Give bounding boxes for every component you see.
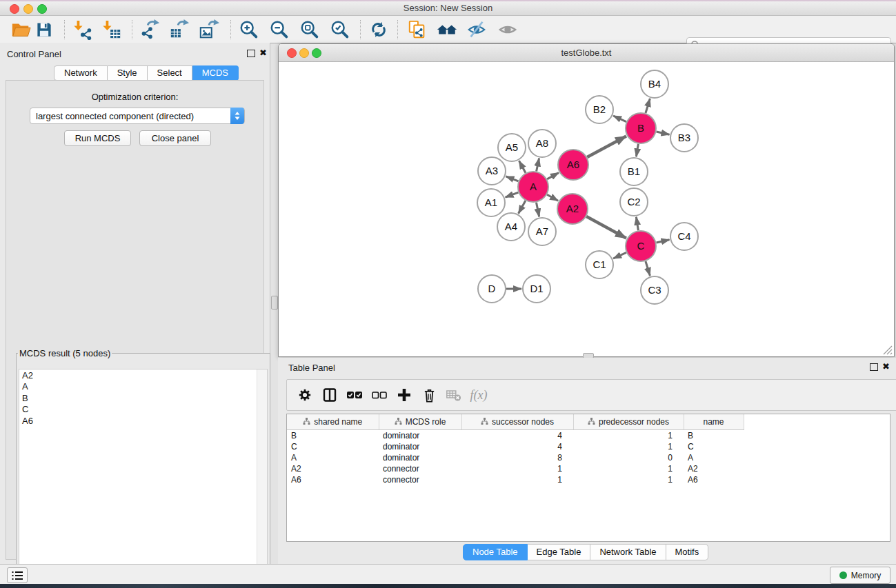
graph-node-A[interactable]: A [518, 172, 548, 202]
graph-node-A1[interactable]: A1 [477, 189, 505, 216]
graph-node-A4[interactable]: A4 [497, 213, 525, 241]
table-cell-mcds-role[interactable]: connector [379, 463, 461, 474]
graph-edge-A-A3[interactable] [506, 176, 519, 181]
mcds-result-item[interactable]: A6 [22, 416, 267, 427]
table-cell-mcds-role[interactable]: dominator [379, 430, 461, 442]
table-cell-successor-nodes[interactable]: 4 [461, 430, 573, 442]
vertical-splitter-grip[interactable] [271, 296, 278, 310]
tab-network[interactable]: Network [54, 65, 108, 81]
minimize-window-button[interactable] [23, 4, 33, 14]
table-cell-successor-nodes[interactable]: 1 [461, 474, 573, 485]
run-mcds-button[interactable]: Run MCDS [64, 130, 131, 146]
show-all-button[interactable] [497, 19, 519, 41]
graph-node-C[interactable]: C [626, 231, 656, 261]
graph-edge-C-C4[interactable] [657, 240, 670, 243]
table-cell-predecessor-nodes[interactable]: 1 [573, 463, 684, 474]
result-scrollbar[interactable] [257, 369, 267, 586]
network-maximize-button[interactable] [312, 48, 321, 58]
first-neighbors-button[interactable] [436, 19, 458, 41]
graph-node-A7[interactable]: A7 [528, 218, 556, 245]
graph-node-C1[interactable]: C1 [586, 251, 613, 278]
table-row[interactable]: A6connector11A6 [287, 474, 890, 485]
zoom-selected-button[interactable] [329, 19, 351, 41]
graph-node-C3[interactable]: C3 [641, 276, 668, 304]
float-panel-button[interactable] [247, 50, 255, 57]
graph-edge-B-B3[interactable] [657, 132, 670, 134]
add-column-button[interactable] [392, 385, 417, 405]
column-header-successor-nodes[interactable]: successor nodes [461, 414, 573, 430]
table-cell-name[interactable]: A6 [684, 474, 744, 485]
graph-node-A2[interactable]: A2 [557, 194, 588, 224]
graph-edge-A6-B[interactable] [587, 136, 626, 157]
graph-node-A6[interactable]: A6 [558, 150, 588, 180]
table-cell-mcds-role[interactable]: dominator [379, 441, 461, 452]
save-session-button[interactable] [33, 19, 55, 41]
show-columns-button[interactable] [317, 385, 342, 405]
graph-edge-C-C2[interactable] [636, 217, 638, 231]
column-header-shared-name[interactable]: shared name [287, 414, 379, 430]
table-cell-name[interactable]: C [684, 441, 744, 452]
table-cell-mcds-role[interactable]: dominator [379, 452, 461, 463]
deselect-all-button[interactable] [367, 385, 392, 405]
open-session-button[interactable] [10, 19, 32, 41]
graph-edge-B-B4[interactable] [646, 99, 650, 113]
zoom-out-button[interactable] [268, 19, 290, 41]
delete-column-button[interactable] [417, 385, 441, 405]
tab-select[interactable]: Select [148, 65, 192, 81]
criterion-dropdown[interactable]: largest connected component (directed) [30, 108, 245, 124]
mcds-result-item[interactable]: C [22, 404, 267, 415]
refresh-button[interactable] [368, 19, 390, 41]
window-resize-grip[interactable] [883, 345, 893, 355]
graph-edge-A-A5[interactable] [519, 161, 526, 173]
graph-edge-A-A7[interactable] [537, 203, 539, 217]
import-network-button[interactable] [72, 19, 94, 41]
table-cell-successor-nodes[interactable]: 1 [461, 463, 573, 474]
network-graph[interactable]: B4B2BB3A8A5A6A3B1AC2A1A2A4A7C4CC1DD1C3 [279, 62, 893, 356]
tab-edge-table[interactable]: Edge Table [528, 544, 591, 560]
select-all-button[interactable] [342, 385, 367, 405]
graph-edge-A2-C[interactable] [586, 216, 626, 239]
table-cell-name[interactable]: A [684, 452, 744, 463]
graph-node-C2[interactable]: C2 [620, 188, 648, 216]
close-panel-button[interactable]: ✖ [259, 49, 267, 57]
table-cell-predecessor-nodes[interactable]: 0 [573, 452, 684, 463]
export-table-button[interactable] [168, 19, 190, 41]
hide-selected-button[interactable] [466, 19, 488, 41]
table-row[interactable]: Adominator80A [287, 452, 890, 463]
export-image-button[interactable] [198, 19, 220, 41]
table-cell-predecessor-nodes[interactable]: 1 [573, 441, 684, 452]
tab-motifs[interactable]: Motifs [666, 544, 709, 560]
tab-mcds[interactable]: MCDS [192, 65, 239, 81]
task-history-button[interactable] [7, 567, 28, 583]
graph-node-A3[interactable]: A3 [478, 157, 506, 185]
table-cell-successor-nodes[interactable]: 8 [461, 452, 573, 463]
graph-node-C4[interactable]: C4 [670, 223, 698, 250]
table-cell-shared-name[interactable]: A [287, 452, 379, 463]
memory-button[interactable]: Memory [830, 567, 890, 584]
mcds-result-item[interactable]: A2 [22, 370, 267, 381]
table-float-button[interactable] [870, 363, 878, 371]
graph-node-D[interactable]: D [478, 275, 506, 303]
graph-node-B1[interactable]: B1 [620, 158, 648, 185]
duplicate-network-button[interactable] [406, 19, 428, 41]
table-cell-shared-name[interactable]: B [287, 430, 379, 442]
table-cell-shared-name[interactable]: A2 [287, 463, 379, 474]
graph-node-A8[interactable]: A8 [528, 130, 556, 157]
graph-node-B4[interactable]: B4 [641, 70, 668, 98]
column-header-predecessor-nodes[interactable]: predecessor nodes [573, 414, 684, 430]
network-close-button[interactable] [287, 48, 297, 58]
table-cell-name[interactable]: B [684, 430, 744, 442]
graph-edge-A-A4[interactable] [519, 201, 526, 214]
table-cell-predecessor-nodes[interactable]: 1 [573, 474, 684, 485]
graph-node-B2[interactable]: B2 [586, 96, 613, 123]
table-cell-mcds-role[interactable]: connector [379, 474, 461, 485]
table-cell-shared-name[interactable]: C [287, 441, 379, 452]
zoom-fit-button[interactable] [299, 19, 321, 41]
table-close-button[interactable]: ✖ [882, 363, 890, 371]
table-row[interactable]: Bdominator41B [287, 430, 890, 442]
table-cell-shared-name[interactable]: A6 [287, 474, 379, 485]
graph-edge-A-A6[interactable] [547, 173, 559, 179]
column-header-mcds-role[interactable]: MCDS role [379, 414, 461, 430]
tab-style[interactable]: Style [108, 65, 148, 81]
graph-edge-C-C3[interactable] [646, 261, 650, 276]
